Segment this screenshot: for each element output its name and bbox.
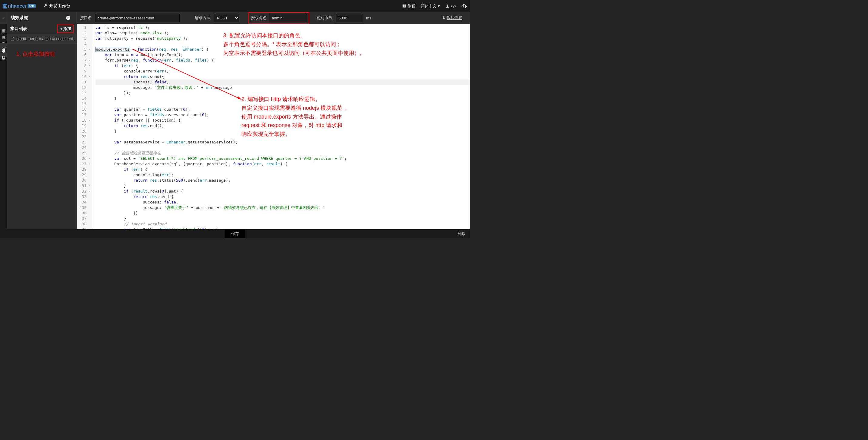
beta-badge: beta [28, 4, 36, 8]
user-label: zyz [451, 4, 457, 8]
svg-rect-2 [3, 5, 6, 7]
editor-lines[interactable]: 3. 配置允许访问本接口的的角色。 多个角色逗号分隔。* 表示全部角色都可以访问… [93, 24, 470, 229]
sidebar-item-api[interactable]: create-performance-assessment [7, 34, 76, 44]
project-name: 绩效系统 [7, 12, 77, 24]
tutorial-link[interactable]: 教程 [402, 3, 415, 9]
sidebar-item-label: create-performance-assessment [17, 36, 73, 41]
delete-button[interactable]: 删除 [458, 231, 465, 237]
api-name-label: 接口名 [80, 15, 92, 21]
method-label: 请求方式 [195, 15, 211, 21]
save-button[interactable]: 保存 [225, 230, 245, 238]
plus-icon: ＋ [59, 26, 63, 32]
add-label: 添加 [63, 26, 71, 32]
gear-icon [462, 4, 467, 8]
language-label: 简体中文 [421, 3, 437, 9]
workbench-link[interactable]: 开发工作台 [43, 3, 70, 9]
logo-text: nhancer [8, 3, 27, 9]
api-name-input[interactable] [95, 14, 180, 22]
book-icon [402, 4, 406, 8]
workbench-label: 开发工作台 [49, 3, 70, 9]
caret-down-icon: ▾ [438, 4, 440, 8]
person-icon [442, 16, 446, 20]
svg-point-4 [446, 4, 448, 6]
timeout-input[interactable] [336, 14, 363, 22]
delete-label: 删除 [458, 231, 465, 236]
annotation-1: 1. 点击添加按钮 [17, 50, 86, 59]
settings-button[interactable] [462, 4, 467, 8]
editor-gutter: 12345▾67▾8▾910▾1112131415161718▾19202223… [77, 24, 93, 229]
vtab-page-management[interactable]: 页面管理 [0, 24, 7, 30]
svg-point-6 [443, 17, 445, 18]
save-label: 保存 [231, 231, 239, 236]
wrench-icon [43, 4, 48, 8]
timeout-unit: ms [366, 16, 371, 20]
sidebar-header: 接口列表 ＋ 添加 [7, 24, 76, 34]
play-icon[interactable] [66, 16, 70, 20]
sidebar-title: 接口列表 [10, 26, 27, 32]
role-input[interactable] [269, 14, 307, 22]
vtab-global-config[interactable]: 全局配置 [0, 36, 7, 43]
user-menu[interactable]: zyz [445, 4, 457, 8]
teach-link[interactable]: 教我设置 [442, 15, 462, 21]
sidebar-collapse-button[interactable]: « [0, 12, 7, 24]
teach-label: 教我设置 [446, 15, 462, 21]
file-icon [10, 37, 14, 41]
language-dropdown[interactable]: 简体中文 ▾ [421, 3, 440, 9]
vtab-role-management[interactable]: 角色管理 [0, 30, 7, 36]
method-select[interactable]: POST [214, 14, 239, 22]
add-button[interactable]: ＋ 添加 [57, 25, 73, 33]
svg-rect-1 [3, 4, 7, 5]
project-name-label: 绩效系统 [11, 15, 28, 21]
app-logo[interactable]: nhancer beta [3, 3, 36, 9]
chevron-left-icon: « [2, 16, 4, 20]
tutorial-label: 教程 [407, 3, 415, 9]
user-icon [445, 4, 450, 8]
timeout-label: 超时限制 [317, 15, 333, 21]
vtab-custom-http[interactable]: 自定义 Http 接口 [0, 43, 7, 57]
svg-rect-3 [3, 7, 7, 8]
role-label: 授权角色 [251, 15, 267, 21]
code-editor[interactable]: 12345▾67▾8▾910▾1112131415161718▾19202223… [77, 24, 470, 229]
